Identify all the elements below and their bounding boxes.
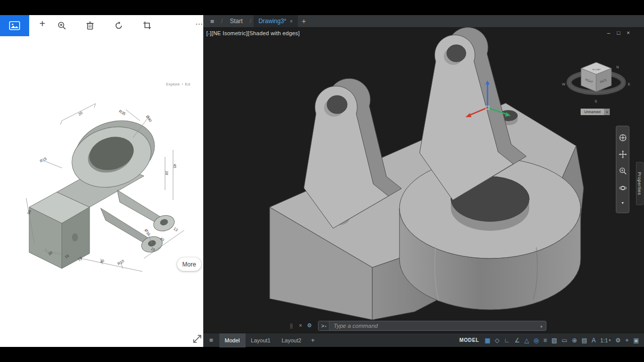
command-grip-icon[interactable]: ⣿ — [290, 323, 293, 328]
photos-panel: + — [0, 15, 203, 347]
chevron-down-icon: ▾ — [604, 109, 610, 115]
dynamic-ucs-icon[interactable]: ▤ — [582, 337, 587, 343]
zoom-in-icon[interactable] — [57, 21, 67, 31]
app-menu-icon[interactable]: ≡ — [203, 18, 219, 25]
new-drawing-icon[interactable]: + — [302, 17, 306, 25]
window-controls: – □ × — [607, 30, 630, 36]
compass-n[interactable]: N — [616, 65, 619, 69]
ucs-dropdown[interactable]: Unnamed ▾ — [581, 109, 610, 115]
snap-icon[interactable]: ◇ — [495, 337, 499, 343]
close-icon[interactable]: × — [627, 30, 630, 36]
command-history-icon[interactable]: ▴ — [540, 324, 546, 328]
new-layout-icon[interactable]: + — [307, 336, 319, 344]
model-space-label[interactable]: MODEL — [459, 337, 479, 343]
compass-s[interactable]: S — [595, 100, 597, 103]
status-icons: ▦◇∟∠△◎≡▧▭⊕▤A — [485, 337, 596, 343]
tab-separator: / — [250, 18, 251, 25]
isolate-objects-icon[interactable]: + — [625, 337, 629, 343]
crop-icon[interactable] — [142, 21, 152, 31]
grid-icon[interactable]: ▦ — [485, 337, 490, 343]
image-icon — [9, 21, 20, 30]
annotation-scale-control[interactable]: 1:1 ▾ — [600, 337, 611, 343]
annotation-icon[interactable]: A — [592, 337, 596, 343]
left-lug-hole — [327, 96, 347, 114]
isodraft-icon[interactable]: △ — [524, 337, 529, 343]
properties-label: Properties — [637, 172, 642, 195]
scale-value: 1:1 — [600, 337, 608, 343]
letterbox-top — [0, 0, 644, 15]
photos-app-tile[interactable] — [0, 15, 29, 36]
status-toggles: MODEL ▦◇∟∠△◎≡▧▭⊕▤A 1:1 ▾ ⚙ + ▣ — [459, 337, 644, 343]
pan-icon[interactable] — [619, 150, 627, 158]
chevron-down-icon: ▾ — [325, 324, 326, 328]
zoom-icon[interactable] — [619, 167, 627, 175]
layout-menu-icon[interactable]: ≡ — [203, 336, 219, 344]
viewcube[interactable]: N E S W TOP RIGHT BACK — [561, 49, 631, 107]
command-line-row: ⣿ × ⚙ > ▾ ▴ — [203, 321, 644, 332]
tab-layout2[interactable]: Layout2 — [276, 333, 307, 347]
navigation-bar: ▾ — [616, 126, 629, 213]
command-bar[interactable]: > ▾ ▴ — [318, 321, 546, 331]
letterbox-bottom — [0, 347, 644, 362]
transparency-icon[interactable]: ▧ — [551, 337, 557, 343]
customization-icon[interactable]: ⚙ — [615, 337, 621, 343]
command-close-icon[interactable]: × — [299, 322, 302, 328]
3d-osnap-icon[interactable]: ⊕ — [572, 337, 577, 343]
orbit-icon[interactable] — [619, 184, 627, 192]
viewport[interactable]: [-][NE Isometric][Shaded with edges] – □… — [203, 27, 644, 333]
status-bar: ≡ Model Layout1 Layout2 + MODEL ▦◇∟∠△◎≡▧… — [203, 333, 644, 347]
osnap-icon[interactable]: ◎ — [533, 337, 538, 343]
minimize-icon[interactable]: – — [607, 30, 610, 36]
selection-cycling-icon[interactable]: ▭ — [561, 337, 567, 343]
command-prompt-icon[interactable]: > ▾ — [318, 321, 330, 330]
tab-layout1[interactable]: Layout1 — [246, 333, 276, 347]
compass-e[interactable]: E — [628, 82, 630, 86]
tab-drawing3-label: Drawing3* — [259, 18, 286, 25]
tab-separator: / — [221, 18, 223, 25]
delete-icon[interactable] — [85, 21, 95, 31]
right-lug-hole — [447, 45, 466, 62]
add-icon[interactable]: + — [37, 19, 47, 29]
autocad-window: ≡ / Start / Drawing3* × + — [203, 15, 644, 347]
navigation-wheel-icon[interactable] — [619, 134, 627, 142]
ortho-icon[interactable]: ∟ — [504, 337, 510, 343]
tab-model[interactable]: Model — [219, 333, 246, 347]
close-tab-icon[interactable]: × — [290, 19, 293, 24]
tab-drawing3[interactable]: Drawing3* × — [254, 15, 298, 27]
polar-tracking-icon[interactable]: ∠ — [514, 337, 520, 343]
command-customize-icon[interactable]: ⚙ — [307, 322, 312, 329]
compass-w[interactable]: W — [562, 82, 566, 86]
ucs-dropdown-label: Unnamed — [581, 109, 604, 115]
more-button[interactable]: More — [177, 257, 201, 271]
reference-drawing-image — [14, 81, 200, 293]
viewcube-top-face[interactable]: TOP — [592, 68, 601, 71]
chevron-down-icon: ▾ — [609, 338, 611, 342]
resize-diagonal-icon[interactable] — [192, 334, 202, 344]
prompt-glyph: > — [321, 323, 325, 329]
photos-toolbar: + — [0, 15, 203, 36]
properties-panel-tab[interactable]: Properties — [636, 162, 643, 205]
tab-start[interactable]: Start — [225, 15, 248, 27]
rotate-icon[interactable] — [114, 21, 124, 31]
restore-icon[interactable]: □ — [617, 30, 620, 36]
lineweight-icon[interactable]: ≡ — [543, 337, 547, 343]
file-tab-bar: ≡ / Start / Drawing3* × + — [203, 15, 644, 27]
clean-screen-icon[interactable]: ▣ — [633, 337, 639, 343]
command-input[interactable] — [330, 323, 540, 329]
navbar-menu-icon[interactable]: ▾ — [621, 201, 623, 205]
more-options-icon[interactable]: ⋯ — [194, 19, 203, 29]
viewport-controls-label[interactable]: [-][NE Isometric][Shaded with edges] — [206, 30, 300, 36]
